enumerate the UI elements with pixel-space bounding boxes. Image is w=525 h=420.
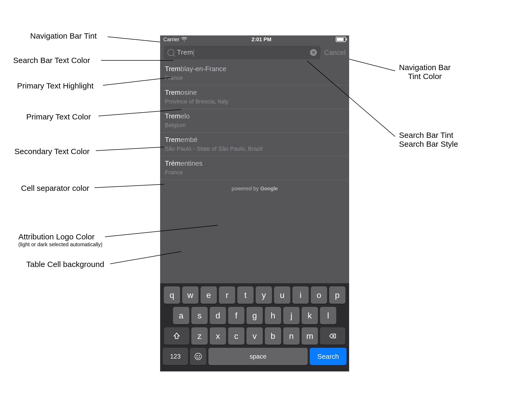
svg-line-9 (96, 147, 164, 151)
svg-line-13 (349, 59, 395, 71)
svg-line-11 (105, 225, 218, 237)
svg-line-8 (98, 109, 181, 116)
svg-line-5 (108, 37, 160, 42)
leader-lines (0, 0, 525, 420)
svg-line-7 (103, 77, 171, 85)
svg-line-14 (307, 61, 395, 136)
svg-line-12 (110, 251, 181, 264)
svg-line-10 (94, 184, 164, 188)
